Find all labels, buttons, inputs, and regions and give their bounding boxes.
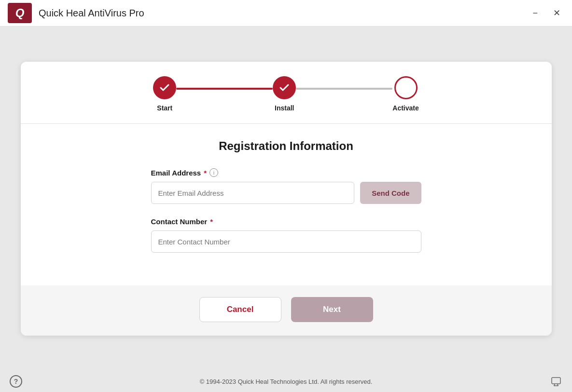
- contact-input-row: [151, 230, 421, 253]
- contact-label-row: Contact Number *: [151, 217, 421, 226]
- svg-rect-0: [552, 378, 560, 384]
- app-logo: Q: [8, 3, 32, 23]
- bottom-buttons: Cancel Next: [21, 285, 552, 336]
- stepper: Start Install: [153, 76, 419, 112]
- app-title: Quick Heal AntiVirus Pro: [39, 8, 529, 19]
- step-start-label: Start: [157, 104, 172, 112]
- email-group: Email Address * i Send Code: [151, 168, 421, 204]
- main-panel: Start Install: [21, 62, 552, 336]
- close-button[interactable]: ✕: [549, 7, 564, 19]
- minimize-button[interactable]: −: [529, 7, 542, 19]
- form-title: Registration Information: [40, 139, 532, 153]
- step-line-1: [176, 88, 273, 90]
- footer-copyright: © 1994-2023 Quick Heal Technologies Ltd.…: [200, 378, 373, 385]
- email-info-icon[interactable]: i: [209, 168, 218, 177]
- titlebar: Q Quick Heal AntiVirus Pro − ✕: [0, 0, 572, 27]
- email-required-star: *: [204, 169, 207, 177]
- contact-group: Contact Number *: [151, 217, 421, 253]
- email-label-row: Email Address * i: [151, 168, 421, 177]
- contact-label-text: Contact Number: [151, 217, 208, 226]
- step-activate: Activate: [392, 76, 419, 112]
- step-install: Install: [273, 76, 296, 112]
- cancel-button[interactable]: Cancel: [199, 297, 281, 322]
- stepper-area: Start Install: [21, 62, 552, 124]
- step-activate-label: Activate: [392, 104, 419, 112]
- step-install-circle: [273, 76, 296, 99]
- step-line-2: [296, 88, 392, 90]
- step-start: Start: [153, 76, 176, 112]
- window-controls: − ✕: [529, 7, 564, 19]
- main-content: Start Install: [0, 27, 572, 371]
- contact-required-star: *: [210, 217, 213, 226]
- step-install-label: Install: [275, 104, 294, 112]
- next-button[interactable]: Next: [291, 297, 373, 322]
- logo-letter: Q: [15, 6, 25, 20]
- email-input[interactable]: [151, 182, 355, 204]
- form-area: Registration Information Email Address *…: [21, 124, 552, 285]
- send-code-button[interactable]: Send Code: [360, 182, 421, 204]
- contact-input[interactable]: [151, 230, 421, 253]
- step-activate-circle: [394, 76, 418, 99]
- monitor-icon: [550, 375, 562, 388]
- step-start-circle: [153, 76, 176, 99]
- email-label-text: Email Address: [151, 169, 201, 177]
- email-input-row: Send Code: [151, 182, 421, 204]
- help-button[interactable]: ?: [10, 375, 22, 388]
- footer: ? © 1994-2023 Quick Heal Technologies Lt…: [0, 371, 572, 392]
